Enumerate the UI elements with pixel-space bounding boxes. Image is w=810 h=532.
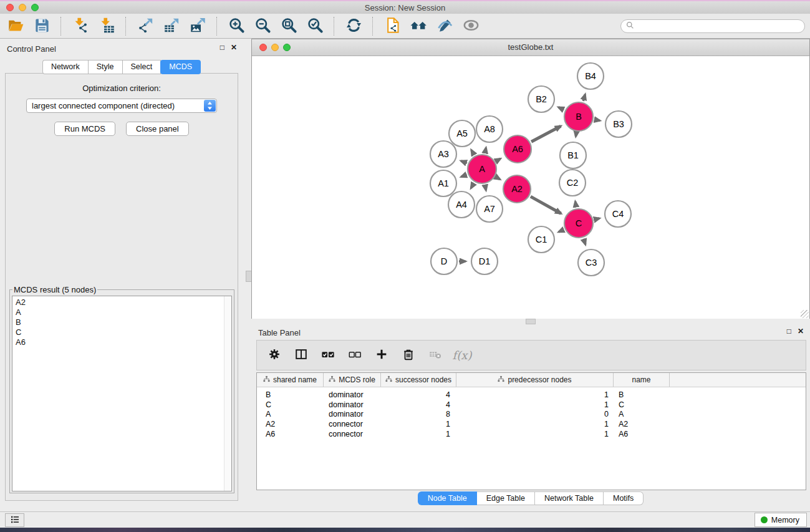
graph-node-C4[interactable]: C4 — [605, 201, 631, 227]
table-cell[interactable]: B — [614, 390, 670, 399]
graph-node-A5[interactable]: A5 — [449, 120, 475, 147]
import-table-button[interactable] — [94, 16, 120, 37]
table-row[interactable]: A2connector11A2 — [257, 419, 806, 429]
table-cell[interactable]: 0 — [456, 410, 614, 418]
table-cell[interactable]: 1 — [456, 390, 614, 399]
network-close-button[interactable] — [259, 44, 267, 51]
graph-node-C1[interactable]: C1 — [528, 226, 554, 253]
graph-node-B4[interactable]: B4 — [577, 63, 604, 89]
graph-node-A3[interactable]: A3 — [430, 141, 456, 167]
table-cell[interactable]: dominator — [324, 390, 381, 399]
table-row[interactable]: Bdominator41B — [257, 390, 806, 400]
mcds-result-item[interactable]: A — [16, 307, 228, 317]
table-cell[interactable]: 1 — [456, 420, 614, 428]
table-cell[interactable]: A6 — [257, 430, 324, 438]
tab-edge-table[interactable]: Edge Table — [477, 491, 535, 505]
mcds-result-item[interactable]: A6 — [16, 337, 228, 347]
table-cell[interactable]: 4 — [381, 400, 456, 409]
network-window-titlebar[interactable]: testGlobe.txt — [252, 39, 809, 56]
table-cell[interactable]: connector — [324, 430, 381, 438]
mcds-result-item[interactable]: B — [16, 317, 228, 327]
table-cell[interactable]: connector — [324, 420, 381, 428]
table-cell[interactable]: dominator — [324, 410, 381, 418]
export-image-button[interactable] — [185, 16, 211, 37]
column-layout-button[interactable] — [292, 346, 310, 365]
graph-node-C[interactable]: C — [564, 209, 593, 238]
memory-button[interactable]: Memory — [755, 513, 807, 527]
mcds-result-item[interactable]: A2 — [16, 297, 228, 307]
tab-network[interactable]: Network — [42, 60, 88, 74]
delete-column-button[interactable] — [400, 346, 417, 365]
zoom-out-button[interactable] — [249, 16, 276, 37]
column-header-mcds-role[interactable]: MCDS role — [324, 373, 381, 387]
graph-edge-A-A7[interactable] — [485, 185, 486, 190]
network-maximize-button[interactable] — [283, 44, 291, 51]
run-mcds-button[interactable]: Run MCDS — [54, 122, 115, 136]
table-cell[interactable]: A — [614, 410, 670, 418]
hide-graphics-details-button[interactable] — [432, 16, 458, 37]
refresh-view-button[interactable] — [340, 16, 367, 37]
table-cell[interactable]: 1 — [381, 420, 456, 428]
table-cell[interactable]: 1 — [456, 430, 614, 438]
graph-edge-B-B2[interactable] — [559, 107, 564, 110]
import-network-button[interactable] — [67, 16, 94, 37]
mcds-result-item[interactable]: C — [16, 327, 228, 337]
table-row[interactable]: Adominator80A — [257, 410, 806, 420]
optimization-criterion-select[interactable]: largest connected component (directed) — [26, 99, 217, 113]
tab-mcds[interactable]: MCDS — [160, 60, 201, 74]
table-settings-button[interactable] — [266, 346, 283, 365]
graph-node-B[interactable]: B — [564, 102, 593, 131]
graph-node-A2[interactable]: A2 — [503, 175, 531, 203]
graph-node-B2[interactable]: B2 — [528, 86, 554, 112]
column-header-name[interactable]: name — [614, 373, 670, 387]
graph-edge-A-A5[interactable] — [471, 150, 474, 155]
show-graphics-details-button[interactable] — [458, 16, 484, 37]
table-cell[interactable]: 1 — [456, 400, 614, 409]
table-cell[interactable]: C — [614, 400, 670, 409]
table-cell[interactable]: A2 — [257, 420, 324, 428]
mcds-result-list[interactable]: A2ABCA6 — [12, 296, 232, 491]
network-canvas[interactable]: AA1A2A3A4A5A6A7A8BB1B2B3B4CC1C2C3C4DD1 — [252, 56, 809, 319]
float-panel-icon[interactable]: □ — [220, 43, 224, 52]
table-row[interactable]: A6connector11A6 — [257, 429, 806, 439]
search-field[interactable] — [620, 19, 805, 33]
graph-edge-A2-C[interactable] — [531, 196, 561, 213]
graph-edge-C-C1[interactable] — [559, 230, 564, 232]
export-table-button[interactable] — [158, 16, 185, 37]
add-column-button[interactable] — [373, 346, 390, 365]
graph-edge-B-B4[interactable] — [583, 94, 585, 101]
open-file-button[interactable] — [2, 16, 29, 37]
graph-node-B1[interactable]: B1 — [560, 142, 586, 168]
graph-node-A1[interactable]: A1 — [430, 170, 456, 196]
table-cell[interactable]: A — [257, 410, 324, 418]
graph-edge-A-A4[interactable] — [471, 183, 474, 188]
save-session-button[interactable] — [29, 16, 55, 37]
table-cell[interactable]: C — [257, 400, 324, 409]
tab-network-table[interactable]: Network Table — [535, 491, 604, 505]
table-cell[interactable]: 1 — [381, 430, 456, 438]
table-cell[interactable]: 4 — [381, 390, 456, 399]
table-cell[interactable]: A6 — [614, 430, 670, 438]
search-input[interactable] — [637, 21, 804, 31]
tab-select[interactable]: Select — [122, 60, 162, 74]
graph-edge-A-A1[interactable] — [461, 175, 467, 177]
graph-edge-C-C2[interactable] — [576, 201, 576, 207]
graph-node-A4[interactable]: A4 — [448, 191, 475, 218]
table-cell[interactable]: B — [257, 390, 324, 399]
mcds-list-scrollbar[interactable] — [224, 296, 231, 491]
graph-edge-C-C4[interactable] — [594, 218, 599, 220]
close-panel-button[interactable]: Close panel — [126, 122, 189, 136]
graph-edge-A-A2[interactable] — [496, 177, 500, 180]
table-cell[interactable]: A2 — [614, 420, 670, 428]
table-cell[interactable]: 8 — [381, 410, 456, 418]
table-cell[interactable]: dominator — [324, 400, 381, 409]
graph-node-D[interactable]: D — [431, 248, 457, 274]
graph-node-B3[interactable]: B3 — [605, 111, 632, 137]
select-all-columns-button[interactable] — [319, 346, 337, 365]
show-panels-list-button[interactable] — [5, 513, 24, 527]
column-header-successor-nodes[interactable]: successor nodes — [381, 373, 456, 387]
graph-edge-A-A8[interactable] — [485, 148, 486, 153]
graph-node-C3[interactable]: C3 — [578, 249, 604, 276]
zoom-selected-button[interactable] — [302, 16, 328, 37]
graph-node-C2[interactable]: C2 — [559, 170, 586, 196]
